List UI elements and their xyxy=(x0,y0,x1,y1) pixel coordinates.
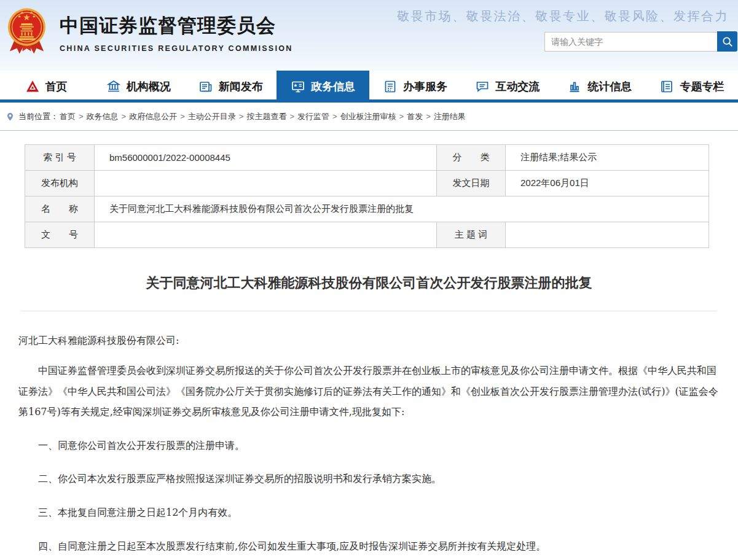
meta-label-agency: 发布机构 xyxy=(25,171,95,196)
svg-text:★: ★ xyxy=(20,10,24,15)
search-input[interactable] xyxy=(544,32,717,52)
nav-item-label: 政务信息 xyxy=(311,79,355,94)
meta-value-date: 2022年06月01日 xyxy=(506,171,709,196)
document-paragraph: 三、本批复自同意注册之日起12个月内有效。 xyxy=(18,502,720,523)
meta-label-index: 索 引 号 xyxy=(25,145,95,171)
table-row: 文 号 主 题 词 xyxy=(25,222,709,248)
breadcrumb: 当前位置： 首页>政务信息>政府信息公开>主动公开目录>按主题查看>发行监管>创… xyxy=(0,103,738,131)
meta-value-agency xyxy=(95,171,437,196)
meta-label-subject: 主 题 词 xyxy=(437,222,506,248)
document-paragraph: 二、你公司本次发行股票应严格按照报送深圳证券交易所的招股说明书和发行承销方案实施… xyxy=(18,469,720,489)
search-bar xyxy=(544,31,737,52)
nav-item-label: 首页 xyxy=(45,79,68,94)
document-title: 关于同意河北工大科雅能源科技股份有限公司首次公开发行股票注册的批复 xyxy=(18,274,720,292)
breadcrumb-link[interactable]: 创业板注册审核 xyxy=(340,112,396,121)
breadcrumb-link[interactable]: 注册结果 xyxy=(434,112,466,121)
breadcrumb-separator: > xyxy=(289,112,294,121)
svg-text:★: ★ xyxy=(32,14,36,19)
meta-value-index: bm56000001/2022-00008445 xyxy=(95,145,437,171)
breadcrumb-separator: > xyxy=(399,112,404,121)
breadcrumb-separator: > xyxy=(79,112,84,121)
nav-item-label: 专题专栏 xyxy=(680,79,724,94)
bar-chart-icon xyxy=(567,79,582,94)
nav-list: 首页 机构概况 新闻发布 政务信息 办事服务 互动交流 统计信息 专题专栏 xyxy=(0,71,738,103)
meta-value-docnum xyxy=(95,222,437,248)
nav-item-topics[interactable]: 专题专栏 xyxy=(646,71,738,103)
csrc-logo-icon xyxy=(25,79,40,94)
table-row: 发布机构 发文日期 2022年06月01日 xyxy=(25,171,709,196)
newspaper-icon xyxy=(198,79,213,94)
breadcrumb-link[interactable]: 按主题查看 xyxy=(246,112,286,121)
nav-item-label: 互动交流 xyxy=(495,79,540,94)
nav-item-label: 机构概况 xyxy=(127,79,171,94)
breadcrumb-link[interactable]: 首发 xyxy=(407,112,423,121)
nav-item-statistics[interactable]: 统计信息 xyxy=(554,71,646,103)
meta-value-name: 关于同意河北工大科雅能源科技股份有限公司首次公开发行股票注册的批复 xyxy=(95,196,709,222)
meta-value-subject xyxy=(506,222,709,248)
breadcrumb-label: 当前位置： xyxy=(18,111,58,122)
main-nav: 首页 机构概况 新闻发布 政务信息 办事服务 互动交流 统计信息 专题专栏 xyxy=(0,71,738,103)
breadcrumb-link[interactable]: 首页 xyxy=(60,112,76,121)
meta-label-name: 名 称 xyxy=(25,196,95,222)
nav-item-about[interactable]: 机构概况 xyxy=(92,71,184,103)
page-root: ★ ★ ★ ★ ★ 中国证券监督管理 xyxy=(0,0,738,556)
nav-item-interaction[interactable]: 互动交流 xyxy=(461,71,554,103)
table-row: 名 称 关于同意河北工大科雅能源科技股份有限公司首次公开发行股票注册的批复 xyxy=(25,196,709,222)
nav-item-news[interactable]: 新闻发布 xyxy=(184,71,277,103)
breadcrumb-link[interactable]: 政府信息公开 xyxy=(129,112,177,121)
breadcrumb-link[interactable]: 发行监管 xyxy=(297,112,329,121)
nav-item-label: 统计信息 xyxy=(587,79,632,94)
document-body: 河北工大科雅能源科技股份有限公司: 中国证券监督管理委员会收到深圳证券交易所报送… xyxy=(18,335,720,556)
nav-item-home[interactable]: 首页 xyxy=(0,71,92,103)
breadcrumb-separator: > xyxy=(426,112,431,121)
site-logo[interactable]: ★ ★ ★ ★ ★ 中国证券监督管理 xyxy=(6,6,293,59)
meta-value-category: 注册结果;结果公示 xyxy=(506,145,709,171)
breadcrumb-separator: > xyxy=(122,112,127,121)
search-icon xyxy=(721,36,734,48)
site-slogan: 敬畏市场、敬畏法治、敬畏专业、敬畏风险、发挥合力 xyxy=(397,8,729,25)
monitor-icon xyxy=(291,79,305,94)
document-meta-table: 索 引 号 bm56000001/2022-00008445 分 类 注册结果;… xyxy=(25,144,709,248)
chat-icon xyxy=(475,79,490,94)
brand-text: 中国证券监督管理委员会 CHINA SECURITIES REGULATORY … xyxy=(60,13,293,53)
national-emblem-icon: ★ ★ ★ ★ ★ xyxy=(6,6,47,59)
nav-item-label: 办事服务 xyxy=(403,79,447,94)
breadcrumb-separator: > xyxy=(180,112,185,121)
search-button[interactable] xyxy=(717,31,737,52)
breadcrumb-separator: > xyxy=(332,112,337,121)
site-title: 中国证券监督管理委员会 xyxy=(60,13,293,39)
document-paragraph: 四、自同意注册之日起至本次股票发行结束前,你公司如发生重大事项,应及时报告深圳证… xyxy=(18,536,720,557)
breadcrumb-link[interactable]: 政务信息 xyxy=(87,112,119,121)
table-row: 索 引 号 bm56000001/2022-00008445 分 类 注册结果;… xyxy=(25,145,709,171)
document-paragraphs: 中国证券监督管理委员会收到深圳证券交易所报送的关于你公司首次公开发行股票并在创业… xyxy=(18,360,720,556)
location-pin-icon xyxy=(6,112,14,122)
meta-label-date: 发文日期 xyxy=(437,171,506,196)
services-icon xyxy=(383,79,398,94)
meta-label-docnum: 文 号 xyxy=(25,222,95,248)
breadcrumb-separator: > xyxy=(239,112,244,121)
nav-item-services[interactable]: 办事服务 xyxy=(369,71,461,103)
nav-item-label: 新闻发布 xyxy=(219,79,263,94)
site-header: ★ ★ ★ ★ ★ 中国证券监督管理 xyxy=(0,0,738,71)
meta-label-category: 分 类 xyxy=(437,145,506,171)
breadcrumb-trail: 首页>政务信息>政府信息公开>主动公开目录>按主题查看>发行监管>创业板注册审核… xyxy=(60,111,466,122)
document-paragraph: 一、同意你公司首次公开发行股票的注册申请。 xyxy=(18,435,720,456)
nav-item-gov-info[interactable]: 政务信息 xyxy=(277,71,369,103)
bank-icon xyxy=(106,79,121,94)
document-paragraph: 中国证券监督管理委员会收到深圳证券交易所报送的关于你公司首次公开发行股票并在创业… xyxy=(18,360,720,422)
content: 索 引 号 bm56000001/2022-00008445 分 类 注册结果;… xyxy=(0,144,738,556)
title-divider xyxy=(22,311,716,311)
site-subtitle: CHINA SECURITIES REGULATORY COMMISSION xyxy=(60,44,293,53)
breadcrumb-link[interactable]: 主动公开目录 xyxy=(188,112,236,121)
topic-icon xyxy=(659,79,674,94)
document-salutation: 河北工大科雅能源科技股份有限公司: xyxy=(18,335,720,348)
